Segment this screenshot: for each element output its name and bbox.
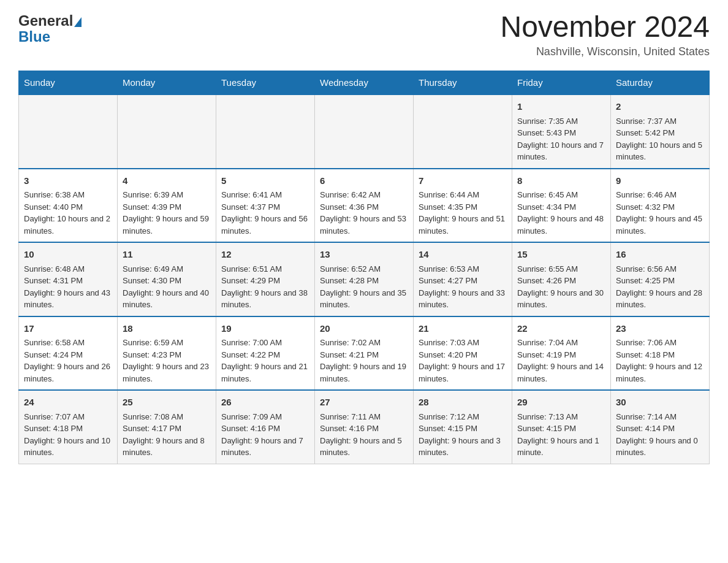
location-subtitle: Nashville, Wisconsin, United States [500, 45, 710, 58]
day-info: Sunrise: 7:09 AM [221, 411, 309, 423]
day-info: Sunset: 4:31 PM [24, 275, 112, 287]
table-row: 30Sunrise: 7:14 AMSunset: 4:14 PMDayligh… [611, 390, 710, 464]
day-info: Sunrise: 7:00 AM [221, 337, 309, 349]
table-row: 19Sunrise: 7:00 AMSunset: 4:22 PMDayligh… [216, 316, 315, 391]
day-info: Sunrise: 7:07 AM [24, 411, 112, 423]
day-number: 17 [24, 322, 112, 336]
day-info: Daylight: 9 hours and 51 minutes. [419, 213, 507, 237]
day-info: Daylight: 9 hours and 1 minute. [517, 435, 605, 459]
day-info: Daylight: 9 hours and 21 minutes. [221, 361, 309, 385]
day-info: Sunset: 4:34 PM [517, 201, 605, 213]
col-thursday: Thursday [414, 71, 512, 95]
day-number: 3 [24, 174, 112, 188]
day-number: 19 [221, 322, 309, 336]
day-number: 26 [221, 396, 309, 410]
day-number: 4 [123, 174, 211, 188]
day-info: Daylight: 9 hours and 56 minutes. [221, 213, 309, 237]
col-wednesday: Wednesday [315, 71, 414, 95]
day-number: 29 [517, 396, 605, 410]
day-info: Sunset: 4:20 PM [419, 349, 507, 361]
day-number: 13 [320, 248, 408, 262]
day-info: Daylight: 9 hours and 38 minutes. [221, 287, 309, 311]
table-row: 10Sunrise: 6:48 AMSunset: 4:31 PMDayligh… [19, 242, 118, 316]
day-number: 1 [517, 100, 605, 114]
day-info: Sunset: 4:22 PM [221, 349, 309, 361]
calendar-week-row: 10Sunrise: 6:48 AMSunset: 4:31 PMDayligh… [19, 242, 710, 316]
day-number: 27 [320, 396, 408, 410]
day-info: Sunrise: 7:04 AM [517, 337, 605, 349]
table-row: 8Sunrise: 6:45 AMSunset: 4:34 PMDaylight… [512, 169, 611, 243]
day-number: 10 [24, 248, 112, 262]
day-info: Sunrise: 6:48 AM [24, 263, 112, 275]
day-info: Sunset: 4:30 PM [123, 275, 211, 287]
day-info: Sunset: 4:35 PM [419, 201, 507, 213]
day-info: Sunrise: 6:44 AM [419, 189, 507, 201]
col-saturday: Saturday [611, 71, 710, 95]
table-row: 20Sunrise: 7:02 AMSunset: 4:21 PMDayligh… [315, 316, 414, 391]
day-number: 6 [320, 174, 408, 188]
day-info: Daylight: 9 hours and 30 minutes. [517, 287, 605, 311]
day-info: Sunrise: 7:37 AM [616, 115, 704, 128]
table-row: 9Sunrise: 6:46 AMSunset: 4:32 PMDaylight… [611, 169, 710, 243]
logo: General Blue [18, 12, 82, 45]
calendar-week-row: 3Sunrise: 6:38 AMSunset: 4:40 PMDaylight… [19, 169, 710, 243]
day-number: 16 [616, 248, 704, 262]
day-number: 28 [419, 396, 507, 410]
day-info: Sunrise: 7:14 AM [616, 411, 704, 423]
day-info: Sunset: 4:28 PM [320, 275, 408, 287]
day-info: Sunrise: 6:38 AM [24, 189, 112, 201]
day-info: Sunset: 4:26 PM [517, 275, 605, 287]
day-number: 12 [221, 248, 309, 262]
table-row: 22Sunrise: 7:04 AMSunset: 4:19 PMDayligh… [512, 316, 611, 391]
day-info: Daylight: 9 hours and 8 minutes. [123, 435, 211, 459]
day-info: Sunrise: 7:06 AM [616, 337, 704, 349]
col-monday: Monday [118, 71, 216, 95]
table-row: 25Sunrise: 7:08 AMSunset: 4:17 PMDayligh… [118, 390, 216, 464]
calendar-week-row: 1Sunrise: 7:35 AMSunset: 5:43 PMDaylight… [19, 94, 710, 169]
day-info: Sunset: 4:25 PM [616, 275, 704, 287]
day-info: Daylight: 9 hours and 0 minutes. [616, 435, 704, 459]
day-info: Sunrise: 7:02 AM [320, 337, 408, 349]
day-info: Sunrise: 6:58 AM [24, 337, 112, 349]
day-number: 5 [221, 174, 309, 188]
day-info: Sunrise: 7:08 AM [123, 411, 211, 423]
logo-triangle-icon [74, 17, 82, 27]
calendar-week-row: 24Sunrise: 7:07 AMSunset: 4:18 PMDayligh… [19, 390, 710, 464]
day-info: Daylight: 10 hours and 2 minutes. [24, 213, 112, 237]
day-info: Sunset: 4:18 PM [24, 423, 112, 435]
day-info: Sunset: 4:15 PM [419, 423, 507, 435]
month-title: November 2024 [500, 12, 710, 42]
table-row: 12Sunrise: 6:51 AMSunset: 4:29 PMDayligh… [216, 242, 315, 316]
day-info: Daylight: 9 hours and 17 minutes. [419, 361, 507, 385]
day-info: Sunrise: 6:49 AM [123, 263, 211, 275]
table-row: 11Sunrise: 6:49 AMSunset: 4:30 PMDayligh… [118, 242, 216, 316]
table-row: 26Sunrise: 7:09 AMSunset: 4:16 PMDayligh… [216, 390, 315, 464]
table-row: 7Sunrise: 6:44 AMSunset: 4:35 PMDaylight… [414, 169, 512, 243]
day-number: 14 [419, 248, 507, 262]
day-info: Daylight: 10 hours and 5 minutes. [616, 139, 704, 163]
day-info: Daylight: 9 hours and 7 minutes. [221, 435, 309, 459]
day-number: 20 [320, 322, 408, 336]
day-number: 18 [123, 322, 211, 336]
day-info: Sunrise: 6:51 AM [221, 263, 309, 275]
day-number: 30 [616, 396, 704, 410]
day-info: Daylight: 9 hours and 33 minutes. [419, 287, 507, 311]
table-row: 16Sunrise: 6:56 AMSunset: 4:25 PMDayligh… [611, 242, 710, 316]
day-number: 23 [616, 322, 704, 336]
day-info: Sunset: 4:39 PM [123, 201, 211, 213]
day-info: Sunrise: 7:11 AM [320, 411, 408, 423]
day-info: Sunrise: 6:53 AM [419, 263, 507, 275]
day-info: Sunrise: 7:03 AM [419, 337, 507, 349]
day-info: Sunrise: 7:13 AM [517, 411, 605, 423]
day-info: Sunset: 4:21 PM [320, 349, 408, 361]
table-row: 2Sunrise: 7:37 AMSunset: 5:42 PMDaylight… [611, 94, 710, 169]
day-info: Daylight: 9 hours and 14 minutes. [517, 361, 605, 385]
day-info: Sunset: 5:42 PM [616, 127, 704, 139]
day-number: 15 [517, 248, 605, 262]
table-row [19, 94, 118, 169]
col-sunday: Sunday [19, 71, 118, 95]
day-info: Daylight: 9 hours and 53 minutes. [320, 213, 408, 237]
day-info: Sunset: 4:32 PM [616, 201, 704, 213]
day-info: Sunrise: 6:41 AM [221, 189, 309, 201]
table-row: 6Sunrise: 6:42 AMSunset: 4:36 PMDaylight… [315, 169, 414, 243]
